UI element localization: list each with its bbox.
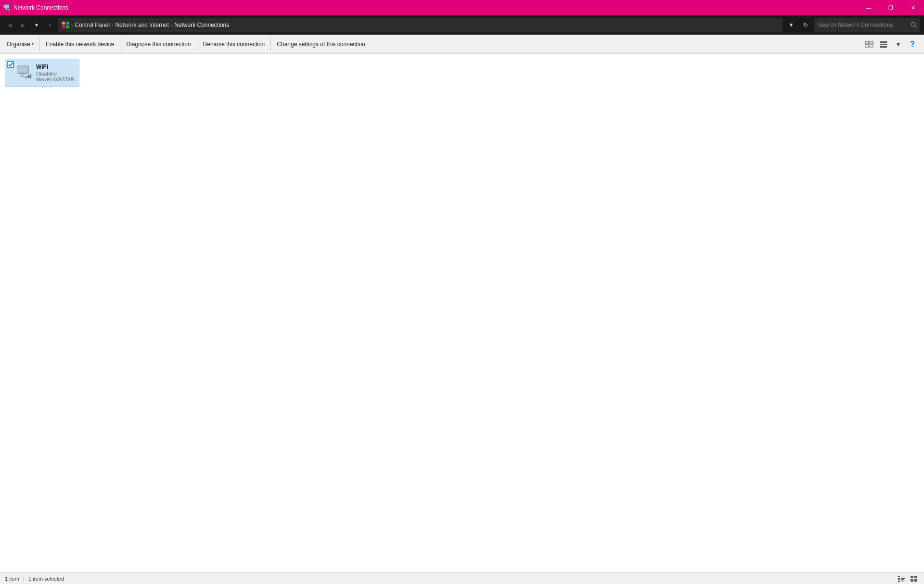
help-button[interactable]: ? bbox=[906, 38, 919, 51]
maximize-button[interactable]: ❐ bbox=[880, 0, 902, 15]
diagnose-button[interactable]: Diagnose this connection bbox=[121, 35, 195, 54]
svg-rect-5 bbox=[8, 9, 9, 11]
svg-rect-15 bbox=[870, 45, 873, 47]
status-details-view[interactable] bbox=[896, 574, 907, 583]
svg-rect-14 bbox=[865, 45, 869, 47]
window-title: Network Connections bbox=[13, 4, 68, 11]
up-button[interactable]: ↑ bbox=[44, 19, 56, 31]
toolbar-sep-3 bbox=[197, 38, 197, 51]
svg-rect-17 bbox=[880, 44, 887, 45]
svg-rect-26 bbox=[898, 576, 900, 577]
status-bar: 1 item | 1 item selected bbox=[0, 572, 924, 584]
forward-button[interactable]: ▶ bbox=[17, 19, 29, 31]
wifi-item-info: WiFi Disabled Marvell AVASTAR Wireless-A… bbox=[36, 63, 79, 82]
svg-rect-32 bbox=[898, 581, 900, 582]
svg-rect-37 bbox=[911, 579, 913, 582]
view-toggle-button[interactable] bbox=[877, 38, 890, 51]
status-sep: | bbox=[23, 575, 25, 582]
wifi-item-icon bbox=[16, 64, 33, 81]
search-input[interactable] bbox=[818, 22, 909, 28]
breadcrumb-sep-2: › bbox=[112, 23, 113, 28]
wifi-item-status: Disabled bbox=[36, 71, 79, 76]
wifi-item-name: WiFi bbox=[36, 63, 79, 70]
svg-rect-30 bbox=[901, 578, 905, 579]
wifi-item-adapter: Marvell AVASTAR Wireless-AC ... bbox=[36, 77, 79, 82]
svg-rect-35 bbox=[911, 576, 913, 578]
svg-rect-21 bbox=[18, 66, 28, 73]
svg-rect-3 bbox=[5, 10, 8, 10]
toolbar-sep-1 bbox=[39, 38, 40, 51]
enable-device-button[interactable]: Enable this network device bbox=[41, 35, 119, 54]
address-bar: ◀ ▶ ▼ ↑ › Control Panel › Network and In… bbox=[0, 15, 924, 35]
toolbar-right: ▾ ? bbox=[862, 38, 922, 51]
search-container[interactable] bbox=[814, 18, 920, 32]
item-count: 1 item bbox=[5, 576, 19, 582]
breadcrumb-control-panel[interactable]: Control Panel bbox=[75, 22, 110, 28]
svg-rect-33 bbox=[901, 581, 905, 581]
svg-rect-36 bbox=[914, 576, 917, 578]
main-content: WiFi Disabled Marvell AVASTAR Wireless-A… bbox=[0, 54, 924, 572]
status-right bbox=[896, 574, 919, 583]
breadcrumb-area: › Control Panel › Network and Internet ›… bbox=[58, 18, 783, 32]
svg-rect-12 bbox=[865, 41, 869, 44]
svg-rect-28 bbox=[901, 577, 904, 577]
address-dropdown-button[interactable]: ▼ bbox=[784, 18, 798, 32]
svg-rect-22 bbox=[22, 74, 23, 76]
minimize-button[interactable]: — bbox=[858, 0, 880, 15]
search-icon bbox=[911, 22, 917, 28]
window-controls: — ❐ ✕ bbox=[858, 0, 924, 15]
svg-rect-8 bbox=[62, 25, 65, 28]
svg-rect-27 bbox=[901, 576, 905, 576]
svg-rect-29 bbox=[898, 578, 900, 580]
back-button[interactable]: ◀ bbox=[4, 19, 15, 31]
svg-rect-9 bbox=[66, 25, 69, 28]
breadcrumb-network-internet[interactable]: Network and Internet bbox=[115, 22, 168, 28]
close-button[interactable]: ✕ bbox=[902, 0, 924, 15]
view-options-button[interactable] bbox=[862, 38, 876, 51]
wifi-network-item[interactable]: WiFi Disabled Marvell AVASTAR Wireless-A… bbox=[5, 59, 79, 87]
breadcrumb-network-connections[interactable]: Network Connections bbox=[174, 22, 229, 28]
svg-rect-13 bbox=[870, 41, 873, 44]
selected-count: 1 item selected bbox=[28, 576, 64, 582]
address-actions: ▼ ↻ bbox=[784, 18, 812, 32]
title-bar-left: Network Connections bbox=[3, 4, 68, 12]
rename-button[interactable]: Rename this connection bbox=[198, 35, 270, 54]
svg-line-11 bbox=[915, 26, 917, 28]
refresh-button[interactable]: ↻ bbox=[799, 18, 812, 32]
svg-rect-1 bbox=[4, 5, 8, 8]
app-icon bbox=[3, 4, 11, 12]
toolbar: Organise ▾ Enable this network device Di… bbox=[0, 35, 924, 54]
organise-button[interactable]: Organise ▾ bbox=[2, 35, 38, 54]
change-settings-button[interactable]: Change settings of this connection bbox=[272, 35, 370, 54]
svg-point-10 bbox=[911, 23, 915, 26]
svg-rect-7 bbox=[66, 22, 69, 25]
view-dropdown-button[interactable]: ▾ bbox=[891, 38, 905, 51]
svg-rect-34 bbox=[901, 582, 904, 582]
title-bar: Network Connections — ❐ ✕ bbox=[0, 0, 924, 15]
status-large-icons-view[interactable] bbox=[909, 574, 919, 583]
wifi-item-checkbox[interactable] bbox=[7, 61, 14, 68]
organise-chevron: ▾ bbox=[32, 42, 34, 46]
breadcrumb-sep-3: › bbox=[171, 23, 172, 28]
svg-rect-6 bbox=[62, 22, 65, 25]
svg-rect-2 bbox=[6, 8, 7, 10]
svg-rect-23 bbox=[20, 76, 25, 76]
nav-dropdown-button[interactable]: ▼ bbox=[31, 19, 42, 31]
toolbar-sep-4 bbox=[270, 38, 271, 51]
svg-rect-4 bbox=[9, 9, 10, 11]
svg-rect-16 bbox=[880, 41, 887, 43]
svg-rect-38 bbox=[914, 579, 917, 582]
control-panel-icon bbox=[62, 21, 69, 29]
svg-rect-31 bbox=[901, 579, 904, 580]
svg-rect-18 bbox=[880, 46, 887, 48]
breadcrumb-sep-1: › bbox=[71, 23, 73, 28]
toolbar-sep-2 bbox=[120, 38, 120, 51]
svg-rect-19 bbox=[8, 62, 13, 67]
